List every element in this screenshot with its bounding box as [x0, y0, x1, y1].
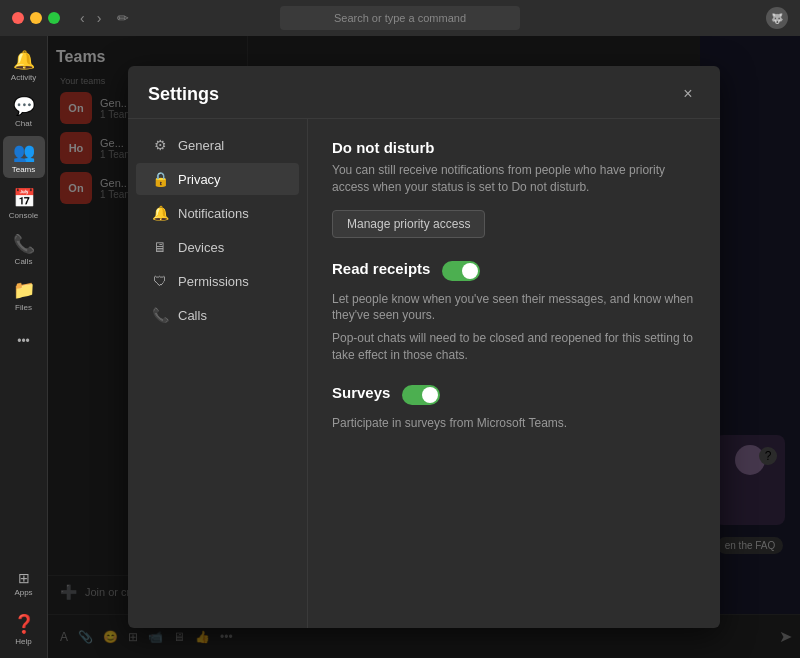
nav-item-permissions[interactable]: 🛡 Permissions — [136, 265, 299, 297]
permissions-icon: 🛡 — [152, 273, 168, 289]
surveys-title: Surveys — [332, 384, 390, 401]
surveys-toggle[interactable] — [402, 385, 440, 405]
sidebar-item-apps[interactable]: ⊞ Apps — [3, 562, 45, 604]
permissions-label: Permissions — [178, 274, 249, 289]
privacy-label: Privacy — [178, 172, 221, 187]
close-button[interactable]: × — [676, 82, 700, 106]
sidebar-bottom: ⊞ Apps ❓ Help — [3, 562, 45, 658]
read-receipts-section: Read receipts Let people know when you'v… — [332, 260, 696, 364]
general-icon: ⚙ — [152, 137, 168, 153]
teams-label: Teams — [12, 165, 36, 174]
files-label: Files — [15, 303, 32, 312]
files-icon: 📁 — [13, 279, 35, 301]
notifications-label: Notifications — [178, 206, 249, 221]
nav-item-calls[interactable]: 📞 Calls — [136, 299, 299, 331]
help-label: Help — [15, 637, 31, 646]
modal-header: Settings × — [128, 66, 720, 119]
devices-label: Devices — [178, 240, 224, 255]
app-container: 🔔 Activity 💬 Chat 👥 Teams 📅 Console 📞 Ca… — [0, 36, 800, 658]
chat-label: Chat — [15, 119, 32, 128]
search-placeholder: Search or type a command — [334, 12, 466, 24]
sidebar-item-files[interactable]: 📁 Files — [3, 274, 45, 316]
nav-item-notifications[interactable]: 🔔 Notifications — [136, 197, 299, 229]
devices-icon: 🖥 — [152, 239, 168, 255]
close-traffic-light[interactable] — [12, 12, 24, 24]
calls-nav-icon: 📞 — [152, 307, 168, 323]
apps-icon: ⊞ — [18, 570, 30, 586]
read-receipts-title: Read receipts — [332, 260, 430, 277]
calls-icon: 📞 — [13, 233, 35, 255]
user-avatar[interactable]: 🐺 — [766, 7, 788, 29]
surveys-desc: Participate in surveys from Microsoft Te… — [332, 415, 696, 432]
sidebar-item-teams[interactable]: 👥 Teams — [3, 136, 45, 178]
dnd-title: Do not disturb — [332, 139, 696, 156]
sidebar-item-help[interactable]: ❓ Help — [3, 608, 45, 650]
nav-item-privacy[interactable]: 🔒 Privacy — [136, 163, 299, 195]
general-label: General — [178, 138, 224, 153]
settings-modal: Settings × ⚙ General 🔒 Privacy 🔔 — [128, 66, 720, 628]
modal-title: Settings — [148, 84, 219, 105]
activity-label: Activity — [11, 73, 36, 82]
sidebar-item-calls[interactable]: 📞 Calls — [3, 228, 45, 270]
compose-icon[interactable]: ✏ — [117, 10, 129, 26]
nav-arrows: ‹ › — [76, 8, 105, 28]
sidebar-item-chat[interactable]: 💬 Chat — [3, 90, 45, 132]
main-content: Teams Your teams On Gen... 1 Team Ho Ge.… — [48, 36, 800, 658]
calls-label: Calls — [15, 257, 33, 266]
read-receipts-desc-extra: Pop-out chats will need to be closed and… — [332, 330, 696, 364]
privacy-icon: 🔒 — [152, 171, 168, 187]
title-bar: ‹ › ✏ Search or type a command 🐺 — [0, 0, 800, 36]
more-icon: ••• — [17, 334, 30, 348]
sidebar-item-more[interactable]: ••• — [3, 320, 45, 362]
search-bar[interactable]: Search or type a command — [280, 6, 520, 30]
surveys-row: Surveys — [332, 384, 696, 407]
settings-content: Do not disturb You can still receive not… — [308, 119, 720, 628]
apps-label: Apps — [14, 588, 32, 597]
forward-button[interactable]: › — [93, 8, 106, 28]
back-button[interactable]: ‹ — [76, 8, 89, 28]
sidebar-item-activity[interactable]: 🔔 Activity — [3, 44, 45, 86]
do-not-disturb-section: Do not disturb You can still receive not… — [332, 139, 696, 260]
minimize-traffic-light[interactable] — [30, 12, 42, 24]
icon-sidebar: 🔔 Activity 💬 Chat 👥 Teams 📅 Console 📞 Ca… — [0, 36, 48, 658]
teams-icon: 👥 — [13, 141, 35, 163]
modal-body: ⚙ General 🔒 Privacy 🔔 Notifications 🖥 De… — [128, 119, 720, 628]
manage-priority-button[interactable]: Manage priority access — [332, 210, 485, 238]
dnd-description: You can still receive notifications from… — [332, 162, 696, 196]
console-label: Console — [9, 211, 38, 220]
surveys-section: Surveys Participate in surveys from Micr… — [332, 384, 696, 432]
read-receipts-desc: Let people know when you've seen their m… — [332, 291, 696, 325]
title-bar-right: 🐺 — [766, 7, 788, 29]
read-receipts-row: Read receipts — [332, 260, 696, 283]
settings-nav: ⚙ General 🔒 Privacy 🔔 Notifications 🖥 De… — [128, 119, 308, 628]
activity-icon: 🔔 — [13, 49, 35, 71]
chat-icon: 💬 — [13, 95, 35, 117]
console-icon: 📅 — [13, 187, 35, 209]
sidebar-item-console[interactable]: 📅 Console — [3, 182, 45, 224]
read-receipts-toggle[interactable] — [442, 261, 480, 281]
nav-item-general[interactable]: ⚙ General — [136, 129, 299, 161]
traffic-lights — [12, 12, 60, 24]
maximize-traffic-light[interactable] — [48, 12, 60, 24]
help-icon: ❓ — [13, 613, 35, 635]
notifications-icon: 🔔 — [152, 205, 168, 221]
calls-nav-label: Calls — [178, 308, 207, 323]
nav-item-devices[interactable]: 🖥 Devices — [136, 231, 299, 263]
